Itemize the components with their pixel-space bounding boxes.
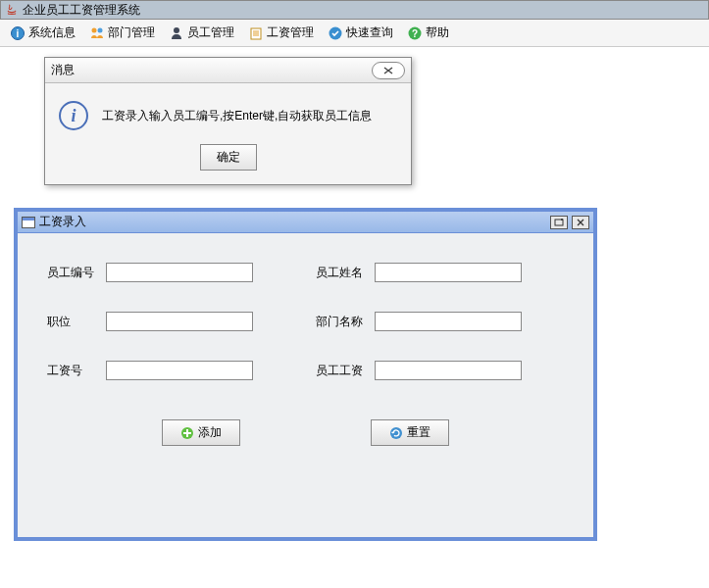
salary-entry-frame: 工资录入 员工编号 员工姓名 [14,208,597,541]
dialog-titlebar[interactable]: 消息 [45,58,411,83]
menu-help[interactable]: ? 帮助 [401,23,455,43]
message-dialog: 消息 i 工资录入输入员工编号,按Enter键,自动获取员工信息 确定 [44,57,412,185]
menu-dept-manage[interactable]: 部门管理 [83,23,161,43]
add-button[interactable]: 添加 [162,419,240,446]
reset-button-label: 重置 [407,424,430,441]
form-area: 员工编号 员工姓名 职位 部门名称 [18,233,593,456]
maximize-button[interactable] [550,216,568,229]
internal-frame-title: 工资录入 [39,214,86,230]
svg-point-4 [174,27,179,33]
ok-button[interactable]: 确定 [200,144,257,171]
menu-label: 员工管理 [187,24,234,41]
input-dept-name[interactable] [375,312,522,331]
dialog-close-button[interactable] [372,62,405,79]
label-emp-name: 员工姓名 [306,265,375,281]
input-emp-id[interactable] [106,263,253,282]
svg-rect-12 [555,220,563,225]
menu-label: 工资管理 [267,24,314,41]
reset-button[interactable]: 重置 [371,419,449,446]
user-icon [169,25,184,41]
menu-system-info[interactable]: i 系统信息 [4,23,81,43]
add-button-label: 添加 [198,424,222,441]
menu-label: 帮助 [426,24,449,41]
menu-label: 系统信息 [28,24,76,41]
input-salary-id[interactable] [106,361,253,380]
dialog-title: 消息 [51,62,75,78]
dept-icon [89,25,105,41]
svg-point-2 [92,27,97,32]
label-emp-salary: 员工工资 [306,363,375,379]
reset-icon [389,426,403,440]
window-icon [22,217,35,228]
window-title: 企业员工工资管理系统 [23,2,140,19]
info-dialog-icon: i [59,101,88,130]
input-emp-name[interactable] [375,263,522,282]
label-salary-id: 工资号 [37,363,106,379]
svg-point-3 [98,27,103,32]
add-icon [180,426,194,440]
salary-icon [248,25,264,41]
svg-point-14 [390,427,402,439]
dialog-body: i 工资录入输入员工编号,按Enter键,自动获取员工信息 确定 [45,83,411,184]
menu-employee-manage[interactable]: 员工管理 [163,23,240,43]
input-emp-salary[interactable] [375,361,522,380]
help-icon: ? [407,25,423,41]
label-position: 职位 [37,314,106,330]
info-icon: i [10,25,25,41]
menu-label: 部门管理 [108,24,155,41]
input-position[interactable] [106,312,253,331]
main-window-titlebar: 企业员工工资管理系统 [0,0,709,20]
search-icon [328,25,343,41]
menu-quick-search[interactable]: 快速查询 [322,23,399,43]
java-icon [5,3,19,17]
internal-frame-titlebar[interactable]: 工资录入 [18,212,593,233]
dialog-message: 工资录入输入员工编号,按Enter键,自动获取员工信息 [102,108,372,124]
mdi-area: 消息 i 工资录入输入员工编号,按Enter键,自动获取员工信息 确定 工资录入 [0,47,709,588]
menu-label: 快速查询 [346,24,393,41]
label-dept-name: 部门名称 [306,314,375,330]
svg-text:i: i [17,28,20,39]
close-button[interactable] [572,216,589,229]
menubar: i 系统信息 部门管理 员工管理 工资管理 快速查询 ? 帮助 [0,20,709,47]
svg-text:?: ? [412,28,418,39]
menu-salary-manage[interactable]: 工资管理 [242,23,320,43]
label-emp-id: 员工编号 [37,265,106,281]
